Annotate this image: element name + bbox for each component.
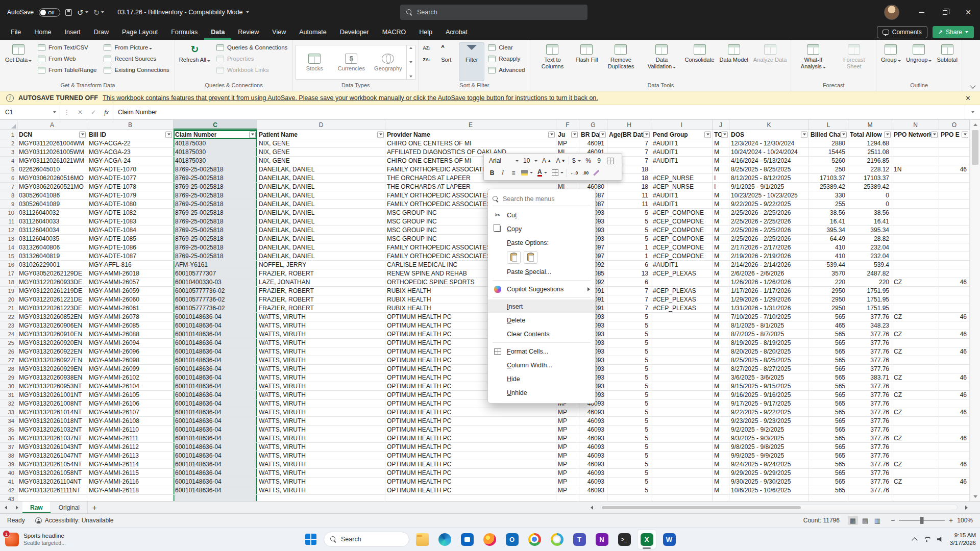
cell-H15[interactable]: 1	[607, 252, 651, 261]
cell-M30[interactable]: 377.76	[848, 382, 892, 391]
taskbar-search[interactable]: Search	[324, 532, 409, 547]
cell-O30[interactable]	[939, 382, 970, 391]
formula-drag-handle[interactable]: ⋮	[60, 105, 74, 119]
cell-H18[interactable]: 6	[607, 278, 651, 287]
existing-connections-button[interactable]: Existing Connections	[102, 65, 171, 75]
italic-button[interactable]: I	[498, 168, 507, 178]
cell-J5[interactable]: M	[713, 165, 729, 174]
cell-J35[interactable]: M	[713, 425, 729, 434]
consolidate-button[interactable]: Consolidate	[682, 42, 717, 81]
cell-A22[interactable]: MGY031320260852EN	[17, 313, 87, 321]
cell-A34[interactable]: MGY031320261018NT	[17, 417, 87, 425]
menu-item-delete[interactable]: Delete	[488, 313, 595, 327]
cell-I38[interactable]	[651, 452, 713, 460]
cell-D21[interactable]: FRAZIER, ROBERT	[257, 304, 385, 313]
cell-E34[interactable]: OPTIMUM HEALTH PC	[385, 417, 556, 425]
cell-B12[interactable]: MGY-ADTE-1084	[87, 226, 174, 235]
column-header-E[interactable]: E	[385, 120, 556, 130]
gallery-scroll-icon[interactable]	[409, 76, 412, 78]
tab-draw[interactable]: Draw	[87, 24, 115, 40]
cell-K34[interactable]: 9/23/2025 - 9/23/2025	[729, 417, 809, 425]
cell-I31[interactable]	[651, 391, 713, 399]
wifi-icon[interactable]	[923, 536, 931, 542]
cell-O42[interactable]	[939, 486, 970, 495]
cell-D7[interactable]: DANEILAK, DANIEL	[257, 183, 385, 191]
cell-O7[interactable]	[939, 183, 970, 191]
cell-A24[interactable]: MGY031320260910EN	[17, 330, 87, 339]
cell-D26[interactable]: WATTS, VIRUTH	[257, 347, 385, 356]
menu-search[interactable]: Search the menus	[493, 192, 591, 206]
cell-J40[interactable]: M	[713, 469, 729, 478]
redo-button[interactable]: ↻	[93, 9, 105, 16]
cell-N19[interactable]	[892, 287, 939, 295]
cell-A25[interactable]: MGY031320260920EN	[17, 339, 87, 347]
cell-K17[interactable]: 2/6/2026 - 2/6/2026	[729, 269, 809, 278]
row-header-37[interactable]: 37	[0, 443, 17, 452]
cell-H9[interactable]: 11	[607, 200, 651, 209]
cell-N17[interactable]	[892, 269, 939, 278]
cell-J2[interactable]: M	[713, 139, 729, 148]
cell-G39[interactable]: 46093	[579, 460, 607, 469]
cell-N41[interactable]: CZ	[892, 478, 939, 486]
cell-C40[interactable]: 60010148636-04	[174, 469, 257, 478]
cell-D4[interactable]: NIX, GENE	[257, 157, 385, 165]
cell-C42[interactable]: 60010148636-04	[174, 486, 257, 495]
cell-O31[interactable]: 46	[939, 391, 970, 399]
cell-N25[interactable]	[892, 339, 939, 347]
cell-D11[interactable]: DANEILAK, DANIEL	[257, 217, 385, 226]
cell-M42[interactable]: 377.76	[848, 486, 892, 495]
cell-B34[interactable]: MGY-AMMI-26108	[87, 417, 174, 425]
cell-L22[interactable]: 565	[809, 313, 848, 321]
tab-acrobat[interactable]: Acrobat	[439, 24, 474, 40]
cell-C26[interactable]: 60010148636-04	[174, 347, 257, 356]
cell-C9[interactable]: 8769-25-0025818	[174, 200, 257, 209]
horizontal-scrollbar[interactable]	[586, 502, 980, 513]
cell-D23[interactable]: WATTS, VIRUTH	[257, 321, 385, 330]
cell-G42[interactable]: 46093	[579, 486, 607, 495]
cell-J38[interactable]: M	[713, 452, 729, 460]
cell-L5[interactable]: 250	[809, 165, 848, 174]
column-header-K[interactable]: K	[729, 120, 809, 130]
taskbar-app-outlook[interactable]	[502, 529, 522, 549]
tab-data[interactable]: Data	[204, 24, 231, 40]
column-header-L[interactable]: L	[809, 120, 848, 130]
taskbar-app-file-explorer[interactable]	[412, 529, 432, 549]
cell-J33[interactable]: M	[713, 408, 729, 417]
filter-dropdown-icon[interactable]	[571, 131, 578, 138]
cell-M3[interactable]: 2511.08	[848, 148, 892, 157]
cell-D39[interactable]: WATTS, VIRUTH	[257, 460, 385, 469]
decrease-decimal-button[interactable]: ←.0	[569, 168, 580, 178]
percent-format-button[interactable]: %	[584, 156, 593, 166]
cell-H14[interactable]: 1	[607, 243, 651, 252]
cell-D19[interactable]: FRAZIER, ROBERT	[257, 287, 385, 295]
cell-G41[interactable]: 46093	[579, 478, 607, 486]
cell-C15[interactable]: 8769-25-0025818	[174, 252, 257, 261]
cell-M39[interactable]: 377.76	[848, 460, 892, 469]
sort-button[interactable]: Sort	[433, 42, 459, 81]
cell-K12[interactable]: 2/25/2026 - 2/25/2026	[729, 226, 809, 235]
gallery-scroll-icon[interactable]	[409, 61, 412, 63]
cell-I3[interactable]: #AUDIT1	[651, 148, 713, 157]
cell-M5[interactable]: 228.12	[848, 165, 892, 174]
header-cell-B[interactable]: Bill ID	[87, 130, 174, 139]
cell-C30[interactable]: 60010148636-04	[174, 382, 257, 391]
cell-B7[interactable]: MGY-ADTE-1078	[87, 183, 174, 191]
share-dropdown-icon[interactable]	[965, 31, 968, 33]
cell-B8[interactable]: MGY-ADTE-1079	[87, 191, 174, 200]
cell-O10[interactable]	[939, 209, 970, 217]
align-center-button[interactable]: ≡	[509, 168, 518, 178]
tab-insert[interactable]: Insert	[58, 24, 87, 40]
row-header-10[interactable]: 10	[0, 209, 17, 217]
cell-H37[interactable]: 5	[607, 443, 651, 452]
cell-O9[interactable]	[939, 200, 970, 209]
menu-item-column-width[interactable]: Column Width...	[488, 358, 595, 372]
cell-E36[interactable]: OPTIMUM HEALTH PC	[385, 434, 556, 443]
cell-I2[interactable]: #AUDIT1	[651, 139, 713, 148]
cell-M43[interactable]	[848, 495, 892, 501]
cell-K42[interactable]: 10/6/2025 - 10/6/2025	[729, 486, 809, 495]
cell-E38[interactable]: OPTIMUM HEALTH PC	[385, 452, 556, 460]
cell-G37[interactable]: 46093	[579, 443, 607, 452]
cell-K43[interactable]	[729, 495, 809, 501]
row-header-11[interactable]: 11	[0, 217, 17, 226]
cell-O37[interactable]	[939, 443, 970, 452]
